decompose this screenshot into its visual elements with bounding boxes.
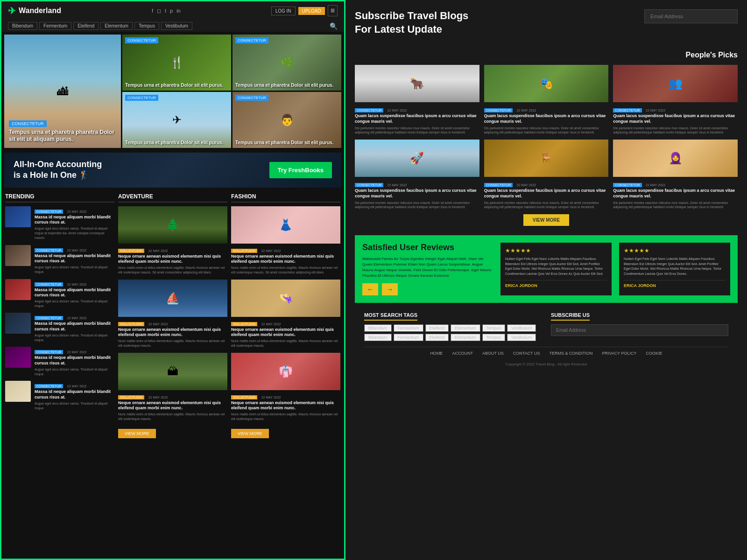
footer-tag-fermentum-2[interactable]: Fermentum xyxy=(394,334,423,341)
search-icon[interactable]: 🔍 xyxy=(330,22,338,30)
footer-link-account[interactable]: ACCOUNT xyxy=(452,351,473,356)
list-item[interactable]: CONSECTETUR 22 MAY 2022 Massa id neque a… xyxy=(5,279,114,308)
facebook-icon[interactable]: f xyxy=(152,8,153,14)
review-prev-button[interactable]: ← xyxy=(362,283,378,295)
nav-tag-fermentum[interactable]: Fermentum xyxy=(39,22,71,30)
pick-date-6: 22 MAY 2022 xyxy=(646,183,665,187)
pick-title-1: Quam lacus suspendisse faucibus ipsum a … xyxy=(355,113,479,124)
pick-date-3: 22 MAY 2022 xyxy=(646,109,665,112)
footer-link-contact[interactable]: CONTACT US xyxy=(513,351,540,356)
trending-date-5: 22 MAY 2022 xyxy=(67,350,87,354)
trending-badge-4: CONSECTETUR xyxy=(35,316,63,320)
fashion-date-1: 22 MAY 2022 xyxy=(261,249,281,252)
hamburger-icon[interactable]: ≡ xyxy=(328,5,338,16)
pick-title-6: Quam lacus suspendisse faucibus ipsum a … xyxy=(613,188,738,199)
footer-tag-tempus-2[interactable]: Tempus xyxy=(482,334,506,341)
footer-tag-fermentum-1[interactable]: Fermentum xyxy=(394,324,423,332)
fashion-large-item-1[interactable]: 👗 SOLLICITUDIN 22 MAY 2022 Neque ornare … xyxy=(231,206,340,275)
hero-main-image[interactable]: 🏙 CONSECTETUR Tempus urna et pharetra ph… xyxy=(4,35,121,148)
subscribe-title: Subscribe Travel Blogs For Latest Update xyxy=(355,9,468,36)
footer-tag-bibendum-2[interactable]: Bibendum xyxy=(364,334,392,341)
trending-date-1: 22 MAY 2022 xyxy=(67,210,87,213)
site-name: Wanderland xyxy=(19,7,61,15)
fashion-large-item-2[interactable]: 👒 SOLLICITUDIN 22 MAY 2022 Neque ornare … xyxy=(231,280,340,348)
thumb-electronics xyxy=(5,313,31,334)
subscribe-email-input[interactable] xyxy=(644,9,738,23)
pick-date-4: 22 MAY 2022 xyxy=(388,183,407,187)
footer-tag-vestibulum-1[interactable]: Vestibulum xyxy=(507,324,536,332)
trending-badge-5: CONSECTETUR xyxy=(35,350,63,354)
pick-item-6[interactable]: 🧕 CONSECTETUR 22 MAY 2022 Quam lacus sus… xyxy=(613,140,738,210)
adventure-badge-2: SOLLICITUDIN xyxy=(118,322,144,326)
adventure-large-item-3[interactable]: 🏔 SOLLICITUDIN 22 MAY 2022 Neque ornare … xyxy=(118,353,227,421)
footer-tag-elementum-2[interactable]: Elementum xyxy=(451,334,480,341)
fashion-large-item-3[interactable]: 👘 SOLLICITUDIN 22 MAY 2022 Neque ornare … xyxy=(231,353,340,421)
review-stars-2: ★★★★★ xyxy=(624,247,726,254)
hero-grid-item-4[interactable]: 👨 CONSECTETUR Tempus urna et pharetra Do… xyxy=(233,92,341,148)
nav-tag-bibendum[interactable]: Bibendum xyxy=(8,22,37,30)
fashion-body-1: Nunc mattis enim ut tellus elementum sag… xyxy=(231,266,340,275)
instagram-icon[interactable]: ◻ xyxy=(157,8,161,14)
footer-link-about[interactable]: ABOUT US xyxy=(482,351,504,356)
footer-subscribe-col: SUBSCRIBE US xyxy=(551,310,728,341)
footer-link-cookie[interactable]: COOKIE xyxy=(646,351,662,356)
subscribe-section: Subscribe Travel Blogs For Latest Update xyxy=(355,9,738,42)
picks-view-more-button[interactable]: VIEW MORE xyxy=(523,214,569,226)
pick-item-3[interactable]: 👥 CONSECTETUR 22 MAY 2022 Quam lacus sus… xyxy=(613,65,738,135)
footer-link-privacy[interactable]: PRIVACY POLICY xyxy=(602,351,636,356)
pick-item-1[interactable]: 🐂 CONSECTETUR 22 MAY 2022 Quam lacus sus… xyxy=(355,65,479,135)
fashion-view-more-button[interactable]: VIEW MORE xyxy=(231,429,269,438)
footer-email-input[interactable] xyxy=(551,324,728,336)
reviews-body: Malesuada Fames Ac Turpis Egestas Intege… xyxy=(362,256,493,279)
footer-tag-elementum-1[interactable]: Elementum xyxy=(451,324,480,332)
footer-link-terms[interactable]: TERMS & CONDITION xyxy=(549,351,592,356)
nav-tag-elementum[interactable]: Elementum xyxy=(100,22,133,30)
upload-button[interactable]: UPLOAD xyxy=(298,7,325,15)
freshbooks-button[interactable]: Try FreshBooks xyxy=(269,162,332,178)
trending-heading-2: Massa id neque aliquam morbi blandit cur… xyxy=(35,253,114,264)
nav-tag-eleifend[interactable]: Eleifend xyxy=(73,22,99,30)
adventure-img-2: ⛵ xyxy=(118,280,227,317)
adventure-title: ADVENTURE xyxy=(118,193,227,203)
footer-tag-vestibulum-2[interactable]: Vestibulum xyxy=(507,334,536,341)
trending-body-6: Augue eget arcu dictum varius. Tincidunt… xyxy=(35,401,114,411)
list-item[interactable]: CONSECTETUR 22 MAY 2022 Massa id neque a… xyxy=(5,245,114,274)
hero-grid-item-1[interactable]: 🍴 CONSECTETUR Tempus urna et pharetra Do… xyxy=(122,35,231,91)
footer-copyright: Copyright © 2022 Travel Blog - All right… xyxy=(364,359,728,366)
adventure-body-3: Nunc mattis enim ut tellus elementum sag… xyxy=(118,412,227,421)
hero-tag-3: CONSECTETUR xyxy=(125,95,158,101)
adventure-large-item-1[interactable]: 🌲 SOLLICITUDIN 22 MAY 2022 Neque ornare … xyxy=(118,206,227,275)
pick-item-4[interactable]: 🚀 CONSECTETUR 22 MAY 2022 Quam lacus sus… xyxy=(355,140,479,210)
pick-item-2[interactable]: 🎭 CONSECTETUR 22 MAY 2022 Quam lacus sus… xyxy=(484,65,609,135)
footer-link-home[interactable]: HOME xyxy=(430,351,443,356)
pick-title-5: Quam lacus suspendisse faucibus ipsum a … xyxy=(484,188,609,199)
nav-tag-vestibulum[interactable]: Vestibulum xyxy=(161,22,192,30)
adventure-large-item-2[interactable]: ⛵ SOLLICITUDIN 22 MAY 2022 Neque ornare … xyxy=(118,280,227,348)
trending-heading-1: Massa id neque aliquam morbi blandit cur… xyxy=(35,215,114,225)
linkedin-icon[interactable]: in xyxy=(176,8,181,14)
peoples-picks-section: People's Picks 🐂 CONSECTETUR 22 MAY 2022… xyxy=(355,51,738,226)
reviews-section: Satisfied User Reviews Malesuada Fames A… xyxy=(355,235,738,303)
pick-item-5[interactable]: 🪑 CONSECTETUR 22 MAY 2022 Quam lacus sus… xyxy=(484,140,609,210)
list-item[interactable]: CONSECTETUR 22 MAY 2022 Massa id neque a… xyxy=(5,206,114,240)
footer-tag-eleifend-1[interactable]: Eleifend xyxy=(425,324,449,332)
hero-grid-item-2[interactable]: 🌿 CONSECTETUR Tempus urna et pharetra Do… xyxy=(233,35,341,91)
adventure-view-more-button[interactable]: VIEW MORE xyxy=(118,429,156,438)
twitter-icon[interactable]: t xyxy=(165,8,166,14)
login-button[interactable]: LOG IN xyxy=(271,7,296,15)
footer-tag-eleifend-2[interactable]: Eleifend xyxy=(425,334,449,341)
list-item[interactable]: CONSECTETUR 22 MAY 2022 Massa id neque a… xyxy=(5,347,114,376)
pinterest-icon[interactable]: p xyxy=(170,8,173,14)
pick-body-6: Dis parturient montes nascetur ridiculus… xyxy=(613,201,738,210)
hero-grid-item-3[interactable]: ✈ CONSECTETUR Tempus urna et pharetra Do… xyxy=(122,92,231,148)
fashion-column: FASHION 👗 SOLLICITUDIN 22 MAY 2022 Neque… xyxy=(231,193,340,438)
footer-tags-row2: Bibendum Fermentum Eleifend Elementum Te… xyxy=(364,334,542,341)
nav-tag-tempus[interactable]: Tempus xyxy=(134,22,159,30)
list-item[interactable]: CONSECTETUR 22 MAY 2022 Massa id neque a… xyxy=(5,381,114,410)
trending-item-content-1: CONSECTETUR 22 MAY 2022 Massa id neque a… xyxy=(35,206,114,240)
list-item[interactable]: CONSECTETUR 22 MAY 2022 Massa id neque a… xyxy=(5,313,114,342)
footer-tag-tempus-1[interactable]: Tempus xyxy=(482,324,506,332)
review-next-button[interactable]: → xyxy=(382,283,398,295)
pick-badge-5: CONSECTETUR xyxy=(484,183,513,187)
footer-tag-bibendum-1[interactable]: Bibendum xyxy=(364,324,392,332)
